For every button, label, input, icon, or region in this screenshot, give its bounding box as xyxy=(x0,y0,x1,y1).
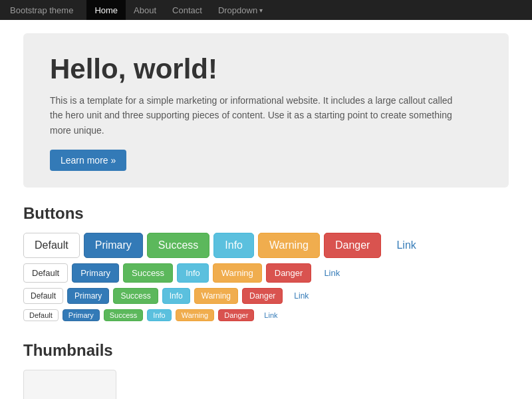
btn-default-xsmall[interactable]: Default xyxy=(23,309,59,321)
buttons-section-title: Buttons xyxy=(23,204,509,223)
nav-link-about[interactable]: About xyxy=(126,0,164,20)
btn-link-xsmall[interactable]: Link xyxy=(258,309,283,321)
btn-danger-xsmall[interactable]: Danger xyxy=(218,309,254,321)
navbar-brand[interactable]: Bootstrap theme xyxy=(10,5,73,15)
jumbotron-heading: Hello, world! xyxy=(50,53,482,85)
btn-success-large[interactable]: Success xyxy=(147,233,209,258)
nav-item-home[interactable]: Home xyxy=(86,0,126,20)
btn-info-medium[interactable]: Info xyxy=(177,263,209,283)
jumbotron: Hello, world! This is a template for a s… xyxy=(23,33,509,188)
btn-primary-large[interactable]: Primary xyxy=(84,233,143,258)
nav-item-dropdown[interactable]: Dropdown ▾ xyxy=(210,0,271,20)
btn-link-small[interactable]: Link xyxy=(287,288,316,304)
btn-primary-medium[interactable]: Primary xyxy=(72,263,119,283)
btn-info-large[interactable]: Info xyxy=(213,233,254,258)
jumbotron-description: This is a template for a simple marketin… xyxy=(50,93,462,138)
nav-item-contact[interactable]: Contact xyxy=(164,0,210,20)
thumbnails-section: Thumbnails 200x200 xyxy=(23,341,509,399)
button-row-small: Default Primary Success Info Warning Dan… xyxy=(23,288,509,304)
btn-danger-medium[interactable]: Danger xyxy=(266,263,312,283)
btn-success-small[interactable]: Success xyxy=(113,288,158,304)
btn-danger-small[interactable]: Danger xyxy=(242,288,283,304)
btn-primary-xsmall[interactable]: Primary xyxy=(63,309,100,321)
btn-link-medium[interactable]: Link xyxy=(315,263,348,283)
button-row-large: Default Primary Success Info Warning Dan… xyxy=(23,233,509,258)
btn-info-small[interactable]: Info xyxy=(162,288,190,304)
btn-warning-medium[interactable]: Warning xyxy=(213,263,262,283)
btn-default-medium[interactable]: Default xyxy=(23,263,68,283)
btn-warning-small[interactable]: Warning xyxy=(194,288,238,304)
thumbnail-item: 200x200 xyxy=(23,370,116,399)
btn-success-xsmall[interactable]: Success xyxy=(104,309,144,321)
nav-link-dropdown[interactable]: Dropdown ▾ xyxy=(210,0,271,20)
main-content: Hello, world! This is a template for a s… xyxy=(13,20,519,399)
btn-success-medium[interactable]: Success xyxy=(123,263,173,283)
navbar: Bootstrap theme Home About Contact Dropd… xyxy=(0,0,532,20)
btn-default-small[interactable]: Default xyxy=(23,288,63,304)
btn-primary-small[interactable]: Primary xyxy=(67,288,109,304)
buttons-section: Buttons Default Primary Success Info War… xyxy=(23,204,509,321)
button-row-medium: Default Primary Success Info Warning Dan… xyxy=(23,263,509,283)
chevron-down-icon: ▾ xyxy=(259,7,263,14)
btn-link-large[interactable]: Link xyxy=(385,233,427,258)
btn-warning-xsmall[interactable]: Warning xyxy=(176,309,215,321)
thumbnails-section-title: Thumbnails xyxy=(23,341,509,360)
nav-item-about[interactable]: About xyxy=(126,0,164,20)
nav-link-home[interactable]: Home xyxy=(86,0,126,20)
navbar-nav: Home About Contact Dropdown ▾ xyxy=(86,0,271,20)
btn-info-xsmall[interactable]: Info xyxy=(147,309,171,321)
nav-link-contact[interactable]: Contact xyxy=(164,0,210,20)
btn-default-large[interactable]: Default xyxy=(23,233,80,258)
btn-warning-large[interactable]: Warning xyxy=(258,233,320,258)
button-row-xsmall: Default Primary Success Info Warning Dan… xyxy=(23,309,509,321)
btn-danger-large[interactable]: Danger xyxy=(324,233,381,258)
learn-more-button[interactable]: Learn more » xyxy=(50,150,126,171)
